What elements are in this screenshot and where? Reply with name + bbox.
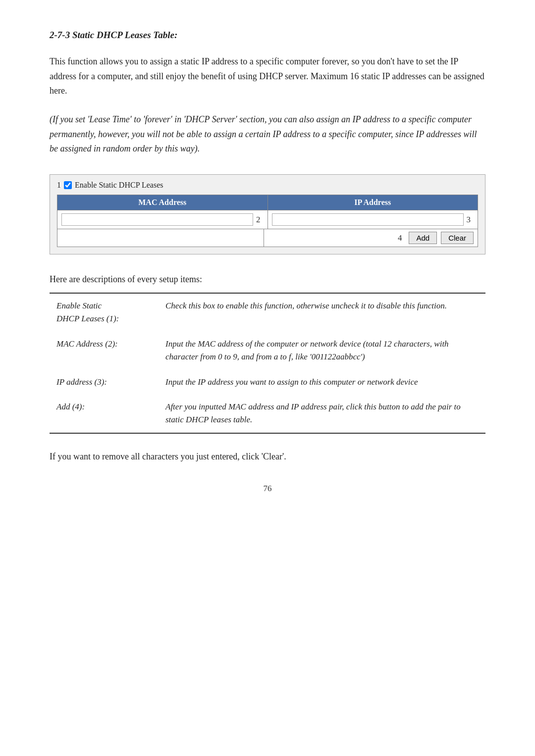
desc-row-1: Enable StaticDHCP Leases (1): Check this… bbox=[50, 293, 485, 332]
mac-address-input[interactable] bbox=[61, 213, 253, 226]
footer-note: If you want to remove all characters you… bbox=[50, 450, 485, 464]
static-dhcp-table: MAC Address IP Address 2 3 4 bbox=[57, 195, 478, 247]
desc-value-4: After you inputted MAC address and IP ad… bbox=[159, 395, 485, 433]
desc-row-4: Add (4): After you inputted MAC address … bbox=[50, 395, 485, 433]
descriptions-heading: Here are descriptions of every setup ite… bbox=[50, 274, 485, 285]
clear-button[interactable]: Clear bbox=[441, 232, 474, 244]
desc-label-1: Enable StaticDHCP Leases (1): bbox=[50, 293, 159, 332]
page-number: 76 bbox=[50, 484, 485, 494]
ip-number-badge: 3 bbox=[464, 215, 474, 225]
descriptions-table: Enable StaticDHCP Leases (1): Check this… bbox=[50, 293, 485, 433]
page-title: 2-7-3 Static DHCP Leases Table: bbox=[50, 30, 485, 41]
mac-number-badge: 2 bbox=[253, 215, 264, 225]
mac-address-header: MAC Address bbox=[57, 195, 268, 210]
desc-label-3: IP address (3): bbox=[50, 370, 159, 395]
ip-input-cell: 3 bbox=[268, 210, 478, 229]
row-number-1: 1 bbox=[57, 181, 61, 190]
btn-area-number: 4 bbox=[395, 233, 405, 243]
enable-label: Enable Static DHCP Leases bbox=[75, 181, 163, 190]
desc-value-2: Input the MAC address of the computer or… bbox=[159, 332, 485, 370]
desc-value-3: Input the IP address you want to assign … bbox=[159, 370, 485, 395]
desc-label-2: MAC Address (2): bbox=[50, 332, 159, 370]
table-buttons-row: 4 Add Clear bbox=[57, 229, 478, 247]
table-header-row: MAC Address IP Address bbox=[57, 195, 478, 210]
ip-address-input[interactable] bbox=[272, 213, 464, 226]
btns-cell: 4 Add Clear bbox=[264, 229, 478, 247]
desc-value-1: Check this box to enable this function, … bbox=[159, 293, 485, 332]
dhcp-table-container: 1 Enable Static DHCP Leases MAC Address … bbox=[50, 174, 485, 254]
enable-checkbox[interactable] bbox=[64, 181, 72, 189]
italic-note: (If you set 'Lease Time' to 'forever' in… bbox=[50, 112, 485, 156]
table-input-row: 2 3 bbox=[57, 210, 478, 229]
btn-spacer bbox=[57, 229, 264, 247]
desc-row-2: MAC Address (2): Input the MAC address o… bbox=[50, 332, 485, 370]
mac-input-cell: 2 bbox=[57, 210, 268, 229]
description-paragraph-1: This function allows you to assign a sta… bbox=[50, 54, 485, 99]
add-button[interactable]: Add bbox=[409, 232, 437, 244]
desc-row-3: IP address (3): Input the IP address you… bbox=[50, 370, 485, 395]
enable-row: 1 Enable Static DHCP Leases bbox=[57, 181, 478, 190]
ip-address-header: IP Address bbox=[268, 195, 478, 210]
desc-label-4: Add (4): bbox=[50, 395, 159, 433]
